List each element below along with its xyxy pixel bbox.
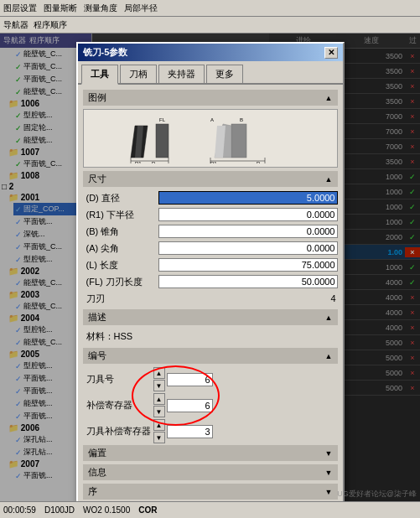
- num-val-comp: ▲ ▼: [153, 393, 334, 417]
- num-label-comp: 补偿寄存器: [86, 399, 153, 412]
- status-cor: COR: [138, 505, 157, 515]
- modal-overlay: 铣刀-5参数 ✕ 工具 刀柄 夹持器 更多 图例 ▲: [0, 34, 420, 518]
- field-row-blades: 刀刃: [83, 291, 338, 306]
- modal-tabs: 工具 刀柄 夹持器 更多: [78, 61, 343, 85]
- scroll-up-comp[interactable]: ▲: [153, 393, 165, 405]
- section-description-header[interactable]: 描述 ▲: [83, 309, 338, 325]
- section-info-label: 信息: [88, 466, 106, 479]
- svg-text:R1: R1: [210, 161, 217, 163]
- svg-text:A: A: [210, 117, 214, 122]
- field-label-l: (L) 长度: [83, 259, 158, 272]
- svg-text:B: B: [240, 117, 243, 122]
- section-diagram-label: 图例: [88, 91, 106, 104]
- modal-titlebar: 铣刀-5参数 ✕: [78, 44, 343, 61]
- toolbar-item-radius[interactable]: 局部半径: [124, 3, 158, 14]
- field-row-fl: (FL) 刀刃长度: [83, 274, 338, 289]
- tab-more[interactable]: 更多: [206, 65, 243, 83]
- section-numbers-label: 编号: [88, 350, 106, 362]
- tool-diagram: R1 D FL: [83, 109, 338, 168]
- num-row-tool-comp: 刀具补偿寄存器 ▲ ▼: [83, 419, 338, 443]
- section-offset-header[interactable]: 偏置 ▼: [83, 445, 338, 461]
- num-input-tool-comp[interactable]: [167, 425, 213, 438]
- num-label-tool-comp: 刀具补偿寄存器: [86, 425, 153, 438]
- chevron-up-icon-3: ▲: [325, 313, 333, 322]
- field-label-a: (A) 尖角: [83, 242, 158, 255]
- top-toolbar: 图层设置 图量斯断 测量角度 局部半径: [0, 0, 420, 17]
- svg-text:R1: R1: [135, 161, 142, 163]
- scroll-up-tool[interactable]: ▲: [153, 367, 165, 379]
- svg-rect-9: [231, 124, 246, 158]
- chevron-down-icon-info: ▼: [325, 469, 333, 477]
- toolbar-item-measure1[interactable]: 图量斯断: [44, 3, 77, 14]
- program-order-label[interactable]: 程序顺序: [34, 19, 67, 31]
- tab-tool[interactable]: 工具: [81, 65, 118, 85]
- tab-holder[interactable]: 刀柄: [120, 65, 157, 83]
- scroll-down-comp[interactable]: ▼: [153, 406, 165, 417]
- field-row-r1: (R1) 下半径: [83, 207, 338, 222]
- d-label: D100JD: [44, 505, 75, 515]
- num-label-tool: 刀具号: [86, 373, 153, 386]
- modal-close-button[interactable]: ✕: [324, 47, 338, 59]
- scroll-down-tool[interactable]: ▼: [153, 380, 165, 391]
- section-description-label: 描述: [88, 311, 106, 324]
- section-info-header[interactable]: 信息 ▼: [83, 464, 338, 480]
- chevron-up-icon-4: ▲: [325, 352, 333, 360]
- num-input-comp[interactable]: [167, 399, 213, 412]
- field-label-r1: (R1) 下半径: [83, 209, 158, 221]
- num-row-comp: 补偿寄存器 ▲ ▼: [83, 393, 338, 417]
- field-label-fl: (FL) 刀刃长度: [83, 276, 158, 288]
- section-sequence-label: 序: [88, 485, 97, 498]
- material-text: 材料：HSS: [86, 331, 133, 341]
- status-d: D100JD: [44, 505, 75, 515]
- field-label-diameter: (D) 直径: [83, 192, 158, 205]
- field-input-fl[interactable]: [158, 275, 338, 288]
- chevron-up-icon: ▲: [325, 94, 333, 102]
- modal-dialog: 铣刀-5参数 ✕ 工具 刀柄 夹持器 更多 图例 ▲: [76, 42, 345, 518]
- num-val-tool: ▲ ▼: [153, 367, 334, 391]
- description-content: 材料：HSS: [83, 329, 338, 344]
- field-label-b: (B) 锥角: [83, 225, 158, 238]
- scroll-up-tool-comp[interactable]: ▲: [153, 419, 165, 431]
- field-row-a: (A) 尖角: [83, 241, 338, 256]
- status-bar: 00:00:59 D100JD WO2 0.1500 COR: [0, 501, 420, 518]
- chevron-up-icon-2: ▲: [325, 175, 333, 184]
- status-time: 00:00:59: [3, 505, 36, 515]
- section-diagram-header[interactable]: 图例 ▲: [83, 90, 338, 106]
- modal-title: 铣刀-5参数: [83, 46, 128, 59]
- field-input-diameter[interactable]: [158, 191, 338, 205]
- toolbar-item-measure2[interactable]: 测量角度: [84, 3, 117, 14]
- wo2-value: 0.1500: [105, 505, 131, 515]
- num-input-tool[interactable]: [167, 373, 213, 386]
- tool-svg: R1 D FL: [118, 113, 303, 163]
- field-row-l: (L) 长度: [83, 257, 338, 272]
- modal-content: 图例 ▲ R1 D FL: [78, 85, 343, 518]
- section-sequence-header[interactable]: 序 ▼: [83, 484, 338, 500]
- field-input-b[interactable]: [158, 225, 338, 238]
- section-dimensions-label: 尺寸: [88, 173, 106, 185]
- section-dimensions-header[interactable]: 尺寸 ▲: [83, 171, 338, 187]
- num-row-tool: 刀具号 ▲ ▼: [83, 367, 338, 391]
- field-input-r1[interactable]: [158, 208, 338, 221]
- svg-text:D: D: [152, 161, 156, 163]
- field-input-a[interactable]: [158, 241, 338, 255]
- field-row-b: (B) 锥角: [83, 224, 338, 239]
- chevron-down-icon-offset: ▼: [325, 449, 333, 458]
- toolbar-item-layers[interactable]: 图层设置: [3, 3, 37, 14]
- nav-label[interactable]: 导航器: [3, 19, 29, 31]
- chevron-down-icon-seq: ▼: [325, 488, 333, 496]
- tab-chuck[interactable]: 夹持器: [158, 65, 205, 83]
- svg-rect-0: [156, 124, 169, 158]
- field-input-l[interactable]: [158, 258, 338, 272]
- dimensions-form: (D) 直径 (R1) 下半径 (B) 锥角 (A) 尖角 (L) 长度: [83, 190, 338, 306]
- field-label-blades: 刀刃: [83, 293, 158, 305]
- num-val-tool-comp: ▲ ▼: [153, 419, 334, 443]
- watermark: UG爱好者论坛@柒子峰: [337, 489, 417, 500]
- svg-text:FL: FL: [159, 117, 166, 122]
- field-input-blades[interactable]: [158, 292, 338, 305]
- scroll-down-tool-comp[interactable]: ▼: [153, 432, 165, 443]
- section-numbers-header[interactable]: 编号 ▲: [83, 348, 338, 364]
- status-wo: WO2 0.1500: [83, 505, 130, 515]
- svg-text:D: D: [257, 161, 261, 163]
- field-row-diameter: (D) 直径: [83, 190, 338, 205]
- section-offset-label: 偏置: [88, 447, 106, 459]
